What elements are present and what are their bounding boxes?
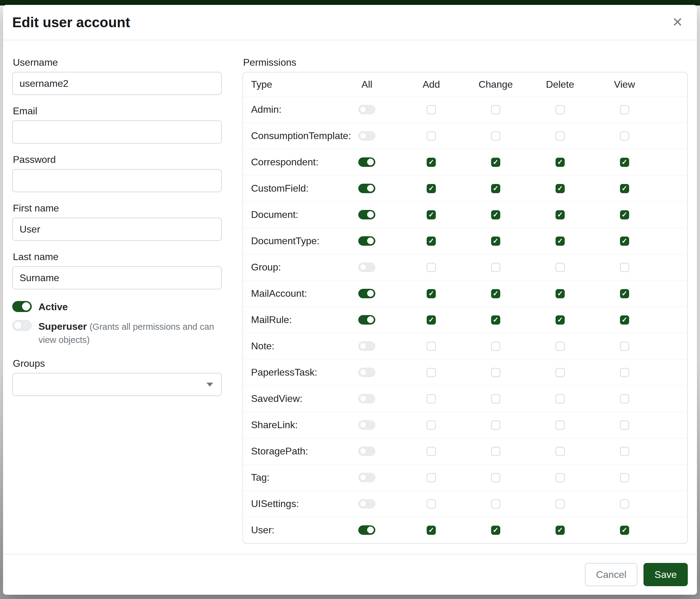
permission-delete-checkbox[interactable] bbox=[555, 105, 565, 114]
permission-add-checkbox[interactable] bbox=[427, 526, 436, 535]
permission-all-toggle[interactable] bbox=[358, 473, 375, 482]
permission-change-checkbox[interactable] bbox=[491, 526, 500, 535]
permission-view-checkbox[interactable] bbox=[620, 499, 629, 508]
permission-add-checkbox[interactable] bbox=[427, 342, 436, 351]
close-icon[interactable]: ✕ bbox=[669, 14, 686, 30]
permission-all-toggle[interactable] bbox=[358, 236, 375, 246]
permission-view-checkbox[interactable] bbox=[620, 210, 629, 219]
permission-all-toggle[interactable] bbox=[358, 263, 375, 272]
permission-view-checkbox[interactable] bbox=[620, 526, 629, 535]
permission-all-toggle[interactable] bbox=[358, 289, 375, 298]
toggle-knob bbox=[360, 342, 367, 349]
permission-change-checkbox[interactable] bbox=[491, 158, 500, 167]
permission-all-toggle[interactable] bbox=[358, 447, 375, 456]
permission-view-checkbox[interactable] bbox=[620, 447, 629, 456]
permission-add-checkbox[interactable] bbox=[427, 184, 436, 193]
permission-add-checkbox[interactable] bbox=[427, 237, 436, 246]
permission-change-checkbox[interactable] bbox=[491, 105, 500, 114]
permission-change-checkbox[interactable] bbox=[491, 421, 500, 430]
permission-all-toggle[interactable] bbox=[358, 315, 375, 325]
permission-change-checkbox[interactable] bbox=[491, 315, 500, 325]
permission-delete-checkbox[interactable] bbox=[555, 131, 565, 141]
permission-view-checkbox[interactable] bbox=[620, 237, 629, 246]
permission-all-toggle[interactable] bbox=[358, 341, 375, 351]
permission-change-checkbox[interactable] bbox=[491, 473, 500, 482]
permission-view-checkbox[interactable] bbox=[620, 263, 629, 272]
permission-view-checkbox[interactable] bbox=[620, 368, 629, 377]
cancel-button[interactable]: Cancel bbox=[585, 563, 638, 586]
permission-add-checkbox[interactable] bbox=[427, 421, 436, 430]
permission-delete-checkbox[interactable] bbox=[555, 421, 565, 430]
permission-delete-checkbox[interactable] bbox=[555, 499, 565, 508]
permission-change-checkbox[interactable] bbox=[491, 289, 500, 298]
permission-delete-checkbox[interactable] bbox=[555, 473, 565, 482]
permission-all-toggle[interactable] bbox=[358, 394, 375, 403]
permission-add-checkbox[interactable] bbox=[427, 315, 436, 325]
permission-delete-checkbox[interactable] bbox=[555, 158, 565, 167]
permission-change-checkbox[interactable] bbox=[491, 237, 500, 246]
permission-delete-checkbox[interactable] bbox=[555, 526, 565, 535]
permission-all-toggle[interactable] bbox=[358, 210, 375, 219]
username-input[interactable] bbox=[12, 72, 222, 95]
permission-all-toggle[interactable] bbox=[358, 368, 375, 377]
active-toggle[interactable] bbox=[12, 301, 32, 312]
permission-view-checkbox[interactable] bbox=[620, 394, 629, 403]
permission-add-checkbox[interactable] bbox=[427, 210, 436, 219]
permission-delete-checkbox[interactable] bbox=[555, 447, 565, 456]
save-button[interactable]: Save bbox=[644, 563, 688, 586]
permission-view-checkbox[interactable] bbox=[620, 289, 629, 298]
permission-view-checkbox[interactable] bbox=[620, 342, 629, 351]
permission-delete-checkbox[interactable] bbox=[555, 394, 565, 403]
permission-delete-checkbox[interactable] bbox=[555, 263, 565, 272]
last-name-field[interactable] bbox=[12, 266, 222, 289]
permission-view-checkbox[interactable] bbox=[620, 184, 629, 193]
permission-all-toggle[interactable] bbox=[358, 420, 375, 430]
superuser-toggle[interactable] bbox=[12, 320, 32, 331]
permission-view-checkbox[interactable] bbox=[620, 315, 629, 325]
permission-view-checkbox[interactable] bbox=[620, 131, 629, 141]
permission-add-checkbox[interactable] bbox=[427, 499, 436, 508]
email-field[interactable] bbox=[12, 120, 222, 144]
permission-change-checkbox[interactable] bbox=[491, 499, 500, 508]
permission-change-checkbox[interactable] bbox=[491, 184, 500, 193]
permission-add-checkbox[interactable] bbox=[427, 131, 436, 141]
permission-delete-checkbox[interactable] bbox=[555, 289, 565, 298]
permission-view-checkbox[interactable] bbox=[620, 158, 629, 167]
permission-delete-checkbox[interactable] bbox=[555, 184, 565, 193]
permission-add-checkbox[interactable] bbox=[427, 289, 436, 298]
permission-change-checkbox[interactable] bbox=[491, 210, 500, 219]
dialog-footer: Cancel Save bbox=[3, 554, 697, 595]
permission-delete-checkbox[interactable] bbox=[555, 210, 565, 219]
permission-all-toggle[interactable] bbox=[358, 158, 375, 167]
permission-view-checkbox[interactable] bbox=[620, 473, 629, 482]
permission-delete-checkbox[interactable] bbox=[555, 315, 565, 325]
permission-add-checkbox[interactable] bbox=[427, 105, 436, 114]
permission-all-toggle[interactable] bbox=[358, 131, 375, 141]
permission-all-toggle[interactable] bbox=[358, 184, 375, 193]
permission-delete-checkbox[interactable] bbox=[555, 368, 565, 377]
first-name-field[interactable] bbox=[12, 218, 222, 241]
permission-add-checkbox[interactable] bbox=[427, 158, 436, 167]
permission-change-checkbox[interactable] bbox=[491, 342, 500, 351]
permission-view-checkbox[interactable] bbox=[620, 105, 629, 114]
groups-select[interactable] bbox=[12, 373, 222, 396]
permission-delete-checkbox[interactable] bbox=[555, 237, 565, 246]
permission-change-checkbox[interactable] bbox=[491, 263, 500, 272]
permission-change-checkbox[interactable] bbox=[491, 447, 500, 456]
permission-add-checkbox[interactable] bbox=[427, 394, 436, 403]
permission-change-checkbox[interactable] bbox=[491, 368, 500, 377]
permission-view-checkbox[interactable] bbox=[620, 421, 629, 430]
permission-add-cell bbox=[399, 421, 464, 430]
permission-change-checkbox[interactable] bbox=[491, 394, 500, 403]
permission-all-toggle[interactable] bbox=[358, 105, 375, 114]
permission-type-label: MailRule: bbox=[243, 314, 335, 326]
permission-add-checkbox[interactable] bbox=[427, 263, 436, 272]
permission-add-checkbox[interactable] bbox=[427, 368, 436, 377]
permission-add-checkbox[interactable] bbox=[427, 473, 436, 482]
permission-add-checkbox[interactable] bbox=[427, 447, 436, 456]
password-field[interactable] bbox=[12, 169, 222, 192]
permission-all-toggle[interactable] bbox=[358, 499, 375, 508]
permission-delete-checkbox[interactable] bbox=[555, 342, 565, 351]
permission-change-checkbox[interactable] bbox=[491, 131, 500, 141]
permission-all-toggle[interactable] bbox=[358, 525, 375, 535]
